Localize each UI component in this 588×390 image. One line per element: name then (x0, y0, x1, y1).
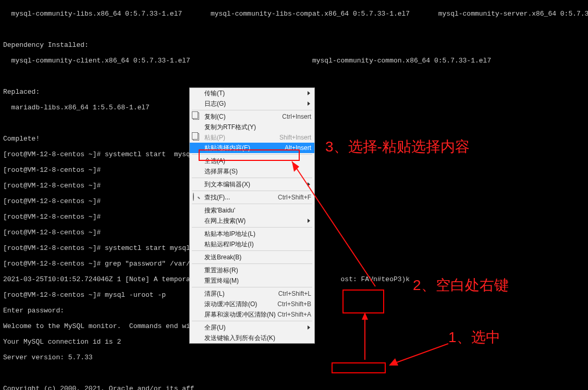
pkg-row: mysql-community-libs.x86_64 0:5.7.33-1.e… (3, 10, 585, 18)
menu-item-log[interactable]: 日志(G) (190, 98, 314, 109)
menu-item-copy[interactable]: 复制(C)Ctrl+Insert (190, 111, 314, 122)
menu-separator (192, 287, 312, 287)
menu-item-to_editor[interactable]: 到文本编辑器(X) (190, 179, 314, 190)
menu-item-clear_all[interactable]: 屏幕和滚动缓冲区清除(N)Ctrl+Shift+A (190, 309, 314, 320)
menu-item-label: 清屏(L) (204, 290, 278, 298)
menu-item-copy_rtf[interactable]: 复制为RTF格式(Y) (190, 122, 314, 132)
menu-item-clear_scroll[interactable]: 滚动缓冲区清除(O)Ctrl+Shift+B (190, 299, 314, 309)
menu-item-label: 重置终端(M) (204, 277, 311, 285)
menu-item-shortcut: Ctrl+Shift+L (278, 290, 311, 298)
menu-separator (192, 250, 312, 251)
menu-item-label: 滚动缓冲区清除(O) (204, 300, 277, 308)
menu-item-label: 在网上搜索(W) (204, 217, 311, 225)
menu-separator (192, 321, 312, 321)
menu-separator (192, 110, 312, 110)
copy-icon (193, 112, 201, 121)
menu-item-paste_sel[interactable]: 粘贴选择内容(E)Alt+Insert (190, 143, 314, 153)
menu-item-select_screen[interactable]: 选择屏幕(S) (190, 166, 314, 177)
menu-item-shortcut: Alt+Insert (285, 144, 311, 152)
menu-separator (192, 227, 312, 228)
context-menu[interactable]: 传输(T)日志(G)复制(C)Ctrl+Insert复制为RTF格式(Y)粘贴(… (189, 87, 315, 344)
menu-item-reset_term[interactable]: 重置终端(M) (190, 275, 314, 286)
menu-item-reset_cursor[interactable]: 重置游标(R) (190, 265, 314, 275)
menu-item-paste_remote_ip[interactable]: 粘贴远程IP地址(I) (190, 239, 314, 249)
menu-separator (192, 154, 312, 155)
menu-item-shortcut: Ctrl+Shift+F (278, 194, 311, 202)
menu-item-baidu[interactable]: 搜索'Baidu' (190, 205, 314, 216)
menu-item-label: 全选(A) (204, 157, 311, 165)
menu-item-label: 到文本编辑器(X) (204, 181, 311, 188)
menu-item-label: 选择屏幕(S) (204, 168, 311, 175)
menu-item-clear[interactable]: 清屏(L)Ctrl+Shift+L (190, 288, 314, 299)
menu-item-label: 传输(T) (204, 90, 311, 97)
menu-item-label: 屏幕和滚动缓冲区清除(N) (204, 311, 277, 319)
menu-item-label: 粘贴选择内容(E) (204, 144, 285, 152)
menu-separator (192, 178, 312, 178)
menu-item-transfer[interactable]: 传输(T) (190, 88, 314, 98)
menu-item-paste_local_ip[interactable]: 粘贴本地IP地址(L) (190, 229, 314, 239)
menu-item-label: 复制为RTF格式(Y) (204, 123, 311, 131)
dep-header: Dependency Installed: (3, 41, 585, 49)
menu-separator (192, 263, 312, 264)
menu-item-select_all[interactable]: 全选(A) (190, 156, 314, 166)
menu-item-send_all[interactable]: 发送键输入到所有会话(K) (190, 333, 314, 343)
menu-item-label: 发送Break(B) (204, 254, 311, 261)
menu-item-shortcut: Ctrl+Shift+B (277, 300, 311, 308)
menu-item-web_search[interactable]: 在网上搜索(W) (190, 216, 314, 226)
menu-item-shortcut: Shift+Insert (279, 134, 311, 142)
menu-item-label: 复制(C) (204, 113, 282, 121)
menu-item-fullscreen[interactable]: 全屏(U) (190, 322, 314, 333)
menu-item-find[interactable]: 查找(F)...Ctrl+Shift+F (190, 192, 314, 203)
menu-item-label: 日志(G) (204, 100, 311, 108)
menu-item-shortcut: Ctrl+Shift+A (277, 311, 311, 319)
menu-item-label: 粘贴远程IP地址(I) (204, 241, 311, 248)
menu-separator (192, 191, 312, 191)
menu-item-label: 全屏(U) (204, 324, 311, 332)
menu-item-label: 查找(F)... (204, 194, 278, 202)
menu-item-shortcut: Ctrl+Insert (282, 113, 311, 121)
menu-item-send_break[interactable]: 发送Break(B) (190, 252, 314, 262)
menu-item-label: 粘贴(P) (204, 134, 279, 142)
menu-item-label: 重置游标(R) (204, 267, 311, 274)
mag-icon (193, 193, 201, 202)
menu-item-label: 搜索'Baidu' (204, 207, 311, 215)
menu-item-label: 发送键输入到所有会话(K) (204, 334, 311, 342)
paste-icon (193, 133, 201, 142)
menu-item-label: 粘贴本地IP地址(L) (204, 230, 311, 238)
menu-separator (192, 204, 312, 204)
dep-row: mysql-community-client.x86_64 0:5.7.33-1… (3, 57, 585, 65)
menu-item-paste: 粘贴(P)Shift+Insert (190, 132, 314, 143)
